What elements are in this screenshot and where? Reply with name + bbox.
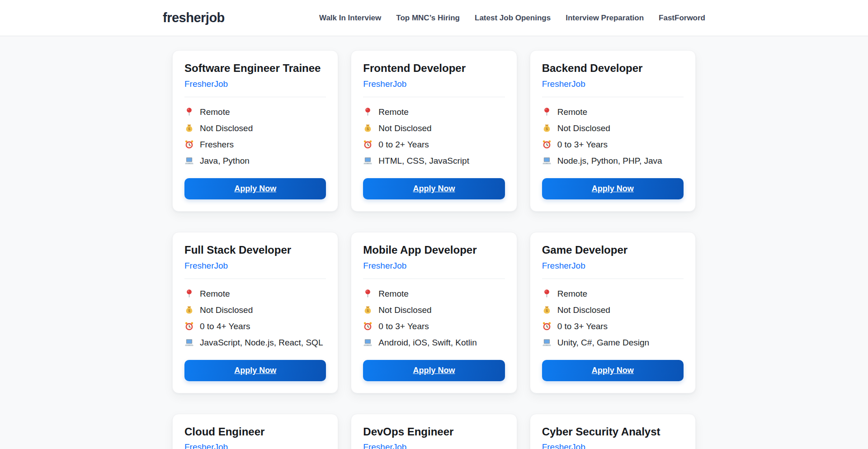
job-detail-text: Java, Python xyxy=(200,156,250,166)
jobs-page: Software Engineer Trainee FresherJob Rem… xyxy=(172,50,696,449)
company-link[interactable]: FresherJob xyxy=(184,79,228,89)
company-link[interactable]: FresherJob xyxy=(542,442,585,449)
job-detail-text: Not Disclosed xyxy=(378,305,431,315)
company-link[interactable]: FresherJob xyxy=(542,79,585,89)
job-details: Remote $ Not Disclosed 0 to 3+ Years And… xyxy=(363,286,505,351)
location-pin-icon xyxy=(184,107,194,117)
job-detail-row: Remote xyxy=(363,286,505,302)
job-title: Game Developer xyxy=(542,244,684,257)
apply-now-button[interactable]: Apply Now xyxy=(184,360,326,381)
apply-now-button[interactable]: Apply Now xyxy=(542,360,684,381)
job-card: Backend Developer FresherJob Remote $ No… xyxy=(530,50,696,212)
job-card: Cyber Security Analyst FresherJob xyxy=(530,414,696,449)
job-title: Cyber Security Analyst xyxy=(542,425,684,439)
laptop-icon xyxy=(542,156,552,165)
main-nav: Walk In Interview Top MNC’s Hiring Lates… xyxy=(319,14,705,23)
job-detail-text: HTML, CSS, JavaScript xyxy=(378,156,469,166)
job-detail-row: HTML, CSS, JavaScript xyxy=(363,153,505,169)
company-link[interactable]: FresherJob xyxy=(363,79,406,89)
apply-now-button[interactable]: Apply Now xyxy=(363,360,505,381)
company-link[interactable]: FresherJob xyxy=(184,442,228,449)
card-divider xyxy=(363,97,505,97)
card-divider xyxy=(184,279,326,279)
location-pin-icon xyxy=(363,289,373,298)
job-detail-row: Node.js, Python, PHP, Java xyxy=(542,153,684,169)
money-bag-icon: $ xyxy=(184,305,194,315)
company-link[interactable]: FresherJob xyxy=(184,261,228,271)
job-detail-text: Remote xyxy=(557,107,588,117)
company-link[interactable]: FresherJob xyxy=(542,261,585,271)
job-detail-text: Freshers xyxy=(200,140,234,150)
job-detail-row: $ Not Disclosed xyxy=(542,120,684,137)
header-inner: fresherjob Walk In Interview Top MNC’s H… xyxy=(163,0,705,36)
alarm-clock-icon xyxy=(542,140,552,149)
job-detail-text: JavaScript, Node.js, React, SQL xyxy=(200,338,323,348)
job-detail-row: Android, iOS, Swift, Kotlin xyxy=(363,335,505,351)
job-detail-text: 0 to 3+ Years xyxy=(557,140,608,150)
job-detail-text: Unity, C#, Game Design xyxy=(557,338,649,348)
company-link[interactable]: FresherJob xyxy=(363,261,406,271)
job-detail-text: 0 to 3+ Years xyxy=(557,321,608,331)
location-pin-icon xyxy=(542,107,552,117)
job-detail-text: Node.js, Python, PHP, Java xyxy=(557,156,662,166)
site-header: fresherjob Walk In Interview Top MNC’s H… xyxy=(0,0,868,36)
job-detail-row: Unity, C#, Game Design xyxy=(542,335,684,351)
money-bag-icon: $ xyxy=(363,123,373,133)
alarm-clock-icon xyxy=(542,321,552,331)
job-detail-row: 0 to 2+ Years xyxy=(363,137,505,153)
job-card: Software Engineer Trainee FresherJob Rem… xyxy=(172,50,338,212)
job-title: Frontend Developer xyxy=(363,62,505,75)
card-divider xyxy=(542,97,684,97)
job-details: Remote $ Not Disclosed 0 to 4+ Years Jav… xyxy=(184,286,326,351)
job-title: DevOps Engineer xyxy=(363,425,505,439)
job-card: Full Stack Developer FresherJob Remote $… xyxy=(172,232,338,393)
nav-item-latest-job-openings[interactable]: Latest Job Openings xyxy=(475,14,551,23)
card-divider xyxy=(184,97,326,97)
job-detail-text: 0 to 4+ Years xyxy=(200,321,250,331)
job-details: Remote $ Not Disclosed 0 to 3+ Years Nod… xyxy=(542,104,684,169)
job-detail-text: Not Disclosed xyxy=(378,123,431,133)
laptop-icon xyxy=(184,338,194,347)
money-bag-icon: $ xyxy=(542,123,552,133)
laptop-icon xyxy=(542,338,552,347)
job-detail-row: 0 to 3+ Years xyxy=(542,137,684,153)
job-detail-text: Remote xyxy=(378,289,409,299)
job-detail-row: Remote xyxy=(184,286,326,302)
job-title: Mobile App Developer xyxy=(363,244,505,257)
job-title: Backend Developer xyxy=(542,62,684,75)
svg-text:$: $ xyxy=(188,127,190,132)
laptop-icon xyxy=(363,156,373,165)
job-detail-text: Not Disclosed xyxy=(200,305,253,315)
job-details: Remote $ Not Disclosed 0 to 3+ Years Uni… xyxy=(542,286,684,351)
nav-item-walk-in-interview[interactable]: Walk In Interview xyxy=(319,14,381,23)
alarm-clock-icon xyxy=(363,140,373,149)
job-detail-row: $ Not Disclosed xyxy=(184,302,326,318)
job-detail-text: Not Disclosed xyxy=(557,305,610,315)
job-card: DevOps Engineer FresherJob xyxy=(351,414,517,449)
job-detail-row: Freshers xyxy=(184,137,326,153)
location-pin-icon xyxy=(363,107,373,117)
svg-text:$: $ xyxy=(546,308,548,313)
card-divider xyxy=(363,279,505,279)
apply-now-button[interactable]: Apply Now xyxy=(184,178,326,199)
job-detail-row: $ Not Disclosed xyxy=(363,120,505,137)
nav-item-interview-preparation[interactable]: Interview Preparation xyxy=(566,14,644,23)
alarm-clock-icon xyxy=(363,321,373,331)
job-detail-row: 0 to 4+ Years xyxy=(184,318,326,335)
laptop-icon xyxy=(184,156,194,165)
location-pin-icon xyxy=(184,289,194,298)
apply-now-button[interactable]: Apply Now xyxy=(363,178,505,199)
nav-item-fastforword[interactable]: FastForword xyxy=(659,14,705,23)
job-detail-text: 0 to 3+ Years xyxy=(378,321,429,331)
job-detail-row: Remote xyxy=(542,286,684,302)
job-detail-text: Not Disclosed xyxy=(200,123,253,133)
apply-now-button[interactable]: Apply Now xyxy=(542,178,684,199)
nav-item-top-mncs-hiring[interactable]: Top MNC’s Hiring xyxy=(396,14,460,23)
job-detail-row: 0 to 3+ Years xyxy=(363,318,505,335)
job-detail-row: Remote xyxy=(184,104,326,120)
company-link[interactable]: FresherJob xyxy=(363,442,406,449)
job-detail-row: $ Not Disclosed xyxy=(542,302,684,318)
job-detail-row: $ Not Disclosed xyxy=(184,120,326,137)
card-divider xyxy=(542,279,684,279)
site-logo[interactable]: fresherjob xyxy=(163,10,225,25)
